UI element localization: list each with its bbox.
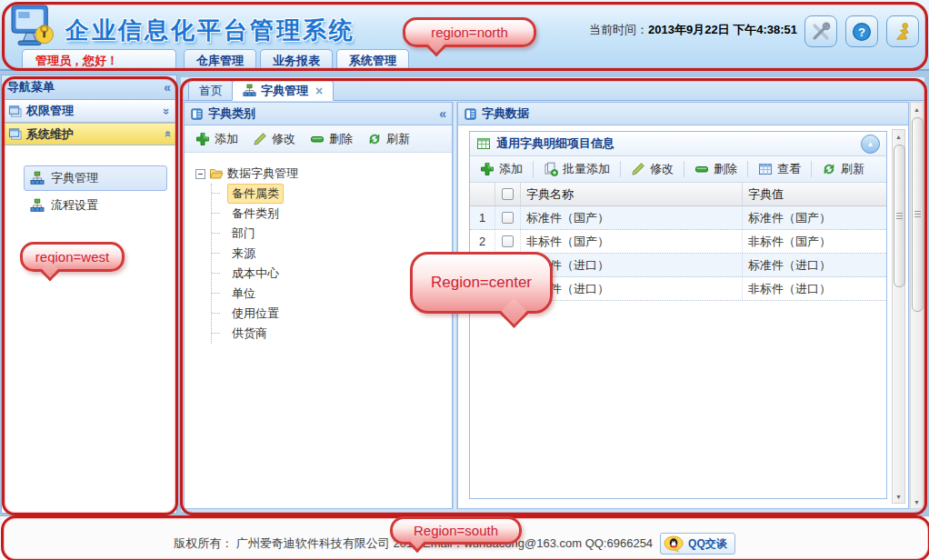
scroll-up-icon[interactable] <box>911 103 923 115</box>
accordion-maintenance[interactable]: 系统维护 <box>2 123 176 145</box>
sidebar-items: 字典管理 流程设置 <box>2 145 176 218</box>
batch-add-button[interactable]: 批量添加 <box>537 159 616 179</box>
annotation-center: Region=center <box>410 252 553 314</box>
column-header-value[interactable]: 字典值 <box>743 183 886 205</box>
collapse-sidebar-icon[interactable] <box>164 80 171 95</box>
book-icon <box>464 107 477 121</box>
panel-header: 字典类别 <box>185 103 452 125</box>
detail-info-box: 通用字典明细项目信息 添加 批量添加 修改 删除 查看 <box>469 131 887 499</box>
logout-button[interactable] <box>886 15 919 47</box>
qq-chat-button[interactable]: QQ交谈 <box>660 533 735 555</box>
tree-node[interactable]: 来源 <box>212 244 446 264</box>
refresh-icon <box>367 132 382 146</box>
row-number: 2 <box>470 230 495 253</box>
tab-label: 字典管理 <box>261 83 308 99</box>
dict-value-cell: 非标件（国产） <box>743 230 886 253</box>
book-icon <box>190 107 204 121</box>
tree-node[interactable]: 部门 <box>212 224 446 244</box>
sidebar-item-workflow[interactable]: 流程设置 <box>24 193 167 218</box>
sitemap-icon <box>30 171 45 185</box>
scroll-thumb[interactable] <box>894 145 905 287</box>
document-tabstrip: 首页 字典管理 <box>181 77 924 101</box>
tab-reports[interactable]: 业务报表 <box>260 49 333 71</box>
tree-node[interactable]: 使用位置 <box>212 304 446 324</box>
chevron-double-down-icon <box>164 105 170 118</box>
west-region: 导航菜单 权限管理 系统维护 字典管理 流程设置 <box>1 75 177 514</box>
add-button[interactable]: 添加 <box>474 159 529 179</box>
refresh-button[interactable]: 刷新 <box>815 159 871 179</box>
dict-value-cell: 非标件（进口） <box>743 277 886 300</box>
tab-label: 首页 <box>199 83 223 99</box>
tree-node[interactable]: 备件类别 <box>212 204 446 224</box>
close-tab-icon[interactable] <box>315 84 323 98</box>
help-button[interactable]: ? <box>845 15 878 47</box>
dict-name-cell: 非标件（国产） <box>521 230 743 253</box>
current-time: 当前时间：2013年9月22日 下午4:38:51 <box>589 22 797 38</box>
scroll-down-icon[interactable] <box>893 490 904 503</box>
add-button[interactable]: 添加 <box>189 129 245 149</box>
panel-body: 通用字典明细项目信息 添加 批量添加 修改 删除 查看 <box>458 125 908 508</box>
box-title: 通用字典明细项目信息 <box>496 135 614 152</box>
delete-button[interactable]: 删除 <box>304 129 359 149</box>
delete-icon <box>694 162 709 176</box>
center-scrollbar[interactable] <box>910 102 924 509</box>
dict-name-cell: 标准件（国产） <box>521 206 743 229</box>
tree-node[interactable]: 供货商 <box>212 324 446 344</box>
sidebar-title: 导航菜单 <box>7 79 55 95</box>
tree-node[interactable]: 备件属类 <box>212 184 446 204</box>
tab-dictionary[interactable]: 字典管理 <box>232 80 334 101</box>
sitemap-icon <box>30 198 45 213</box>
tree-toolbar: 添加 修改 删除 刷新 <box>185 125 452 153</box>
edit-button[interactable]: 修改 <box>246 129 302 149</box>
delete-button[interactable]: 删除 <box>688 159 744 179</box>
qq-penguin-icon <box>664 535 685 553</box>
app-window: 企业信息化平台管理系统 管理员，您好！ 仓库管理 业务报表 系统管理 当前时间：… <box>0 0 929 560</box>
dict-value-cell: 标准件（国产） <box>743 206 886 229</box>
column-header-name[interactable]: 字典名称 <box>521 183 743 205</box>
scroll-up-icon[interactable] <box>893 130 904 143</box>
sidebar-item-label: 字典管理 <box>51 170 98 186</box>
row-checkbox[interactable] <box>502 212 514 224</box>
svg-text:?: ? <box>858 25 865 38</box>
select-all-checkbox[interactable] <box>502 188 514 200</box>
tab-home[interactable]: 首页 <box>188 80 234 101</box>
table-row[interactable]: 1 标准件（国产） 标准件（国产） <box>470 206 886 230</box>
window-icon <box>8 105 22 118</box>
scroll-down-icon[interactable] <box>911 495 923 508</box>
tab-warehouse[interactable]: 仓库管理 <box>184 49 256 71</box>
time-label: 当前时间： <box>589 23 648 36</box>
tree-root[interactable]: 数据字典管理 <box>195 164 446 184</box>
collapse-node-icon[interactable] <box>195 169 205 179</box>
tab-system[interactable]: 系统管理 <box>336 49 409 71</box>
grid-header-row: 字典名称 字典值 <box>470 183 886 206</box>
collapse-panel-icon[interactable] <box>439 106 446 121</box>
add-icon <box>195 132 210 146</box>
refresh-button[interactable]: 刷新 <box>361 129 416 149</box>
accordion-label: 权限管理 <box>26 103 74 119</box>
chevron-double-up-icon <box>164 127 170 141</box>
table-row[interactable]: 2 非标件（国产） 非标件（国产） <box>470 230 886 254</box>
row-checkbox[interactable] <box>502 235 514 247</box>
settings-button[interactable] <box>804 15 837 47</box>
refresh-icon <box>822 162 836 176</box>
edit-button[interactable]: 修改 <box>624 159 680 179</box>
row-number-header <box>470 183 495 205</box>
sidebar-item-dictionary[interactable]: 字典管理 <box>24 165 167 191</box>
box-header: 通用字典明细项目信息 <box>470 132 886 156</box>
grid-scrollbar[interactable] <box>892 129 905 504</box>
tree-root-label: 数据字典管理 <box>227 165 298 182</box>
sidebar-header: 导航菜单 <box>2 75 176 100</box>
annotation-west: region=west <box>20 242 125 272</box>
scroll-thumb[interactable] <box>912 117 924 312</box>
dict-value-cell: 标准件（进口） <box>743 254 886 276</box>
greeting-tab: 管理员，您好！ <box>22 49 176 71</box>
collapse-box-button[interactable] <box>861 135 880 154</box>
sidebar-item-label: 流程设置 <box>51 197 98 214</box>
dict-name-cell: 非标件（进口） <box>521 277 743 300</box>
accordion-permissions[interactable]: 权限管理 <box>2 100 176 123</box>
delete-icon <box>310 132 325 146</box>
window-icon <box>8 127 22 141</box>
accordion-label: 系统维护 <box>26 126 74 143</box>
view-button[interactable]: 查看 <box>752 159 807 179</box>
table-icon <box>476 136 491 151</box>
